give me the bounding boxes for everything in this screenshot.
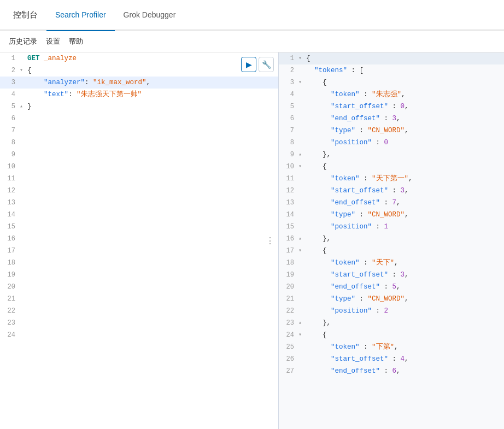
code-line: 6 (0, 113, 278, 125)
code-line: 15 (0, 221, 278, 233)
code-line: 5 ▴ } (0, 101, 278, 113)
code-line: 7 (0, 125, 278, 137)
code-line: 16 ▴ }, (279, 233, 504, 245)
code-line: 18 (0, 257, 278, 269)
left-code-editor[interactable]: 1 GET _analyze 2 ▾ { 3 "analyzer": "ik_m… (0, 52, 278, 429)
right-code-editor[interactable]: 1 ▾ { 2 "tokens" : [ 3 ▾ { 4 " (279, 52, 504, 429)
play-icon: ▶ (246, 60, 252, 69)
code-line: 12 (0, 185, 278, 197)
code-line: 14 (0, 209, 278, 221)
code-line: 24 ▾ { (279, 329, 504, 341)
code-line: 21 "type" : "CN_WORD", (279, 293, 504, 305)
right-pane: 1 ▾ { 2 "tokens" : [ 3 ▾ { 4 " (279, 52, 504, 429)
code-line: 15 "position" : 1 (279, 221, 504, 233)
code-line: 21 (0, 293, 278, 305)
code-line: 6 "end_offset" : 3, (279, 113, 504, 125)
code-line: 5 "start_offset" : 0, (279, 101, 504, 113)
code-line: 4 "text": "朱志强天下第一帅" (0, 89, 278, 101)
code-line: 17 ▾ { (279, 245, 504, 257)
code-line: 20 "end_offset" : 5, (279, 281, 504, 293)
code-line: 10 ▾ { (279, 161, 504, 173)
code-line: 3 "analyzer": "ik_max_word", (0, 77, 278, 89)
editor-container: 1 GET _analyze 2 ▾ { 3 "analyzer": "ik_m… (0, 52, 504, 429)
wrench-icon: 🔧 (262, 60, 271, 69)
code-line: 20 (0, 281, 278, 293)
top-nav: 控制台 Search Profiler Grok Debugger (0, 0, 504, 31)
code-line: 22 "position" : 2 (279, 305, 504, 317)
action-icons: ▶ 🔧 (241, 57, 274, 72)
code-line: 1 ▾ { (279, 52, 504, 64)
code-line: 8 "position" : 0 (279, 137, 504, 149)
code-line: 14 "type" : "CN_WORD", (279, 209, 504, 221)
code-line: 3 ▾ { (279, 77, 504, 89)
settings-link[interactable]: 设置 (46, 37, 60, 46)
code-line: 1 GET _analyze (0, 52, 278, 64)
code-line: 23 ▴ }, (279, 317, 504, 329)
tab-console[interactable]: 控制台 (4, 0, 46, 30)
help-link[interactable]: 帮助 (69, 37, 83, 46)
code-line: 23 (0, 317, 278, 329)
code-line: 13 (0, 197, 278, 209)
tab-search-profiler[interactable]: Search Profiler (46, 0, 115, 30)
resize-handle[interactable]: ⋮ (266, 237, 275, 245)
code-line: 19 "start_offset" : 3, (279, 269, 504, 281)
code-line: 9 (0, 149, 278, 161)
tab-grok-debugger[interactable]: Grok Debugger (115, 0, 185, 30)
code-line: 16 (0, 233, 278, 245)
code-line: 11 "token" : "天下第一", (279, 173, 504, 185)
code-line: 2 ▾ { (0, 64, 278, 77)
code-line: 24 (0, 329, 278, 341)
code-line: 11 (0, 173, 278, 185)
sub-nav: 历史记录 设置 帮助 (0, 31, 504, 52)
code-line: 2 "tokens" : [ (279, 64, 504, 77)
code-line: 8 (0, 137, 278, 149)
code-line: 4 "token" : "朱志强", (279, 89, 504, 101)
code-line: 10 (0, 161, 278, 173)
code-line: 27 "end_offset" : 6, (279, 365, 504, 377)
code-line: 25 "token" : "下第", (279, 341, 504, 353)
code-line: 19 (0, 269, 278, 281)
code-line: 26 "start_offset" : 4, (279, 353, 504, 365)
history-link[interactable]: 历史记录 (9, 37, 37, 46)
code-line: 12 "start_offset" : 3, (279, 185, 504, 197)
run-button[interactable]: ▶ (241, 57, 256, 72)
code-line: 17 (0, 245, 278, 257)
code-line: 18 "token" : "天下", (279, 257, 504, 269)
left-pane: 1 GET _analyze 2 ▾ { 3 "analyzer": "ik_m… (0, 52, 279, 429)
code-line: 7 "type" : "CN_WORD", (279, 125, 504, 137)
code-line: 13 "end_offset" : 7, (279, 197, 504, 209)
code-line: 9 ▴ }, (279, 149, 504, 161)
code-line: 22 (0, 305, 278, 317)
search-settings-button[interactable]: 🔧 (259, 57, 274, 72)
